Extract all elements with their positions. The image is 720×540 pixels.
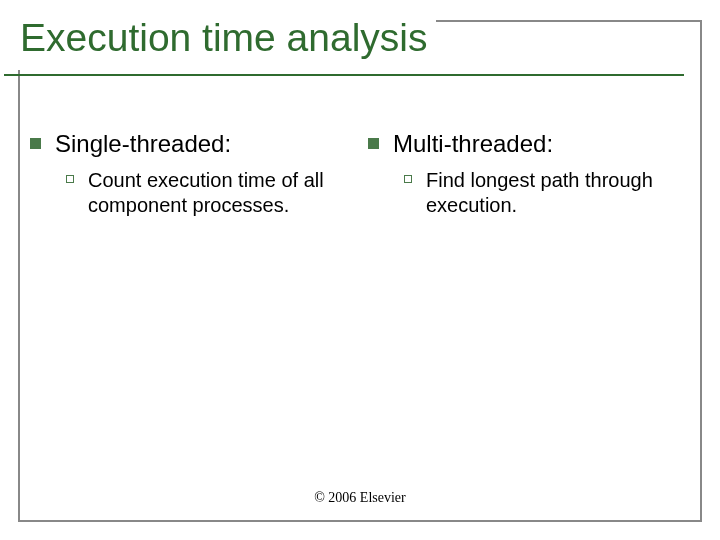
bullet-level2: Find longest path through execution.: [404, 168, 690, 218]
footer-copyright: © 2006 Elsevier: [20, 490, 700, 506]
slide-title: Execution time analysis: [20, 16, 428, 60]
bullet-level1: Multi-threaded:: [368, 130, 690, 158]
content-area: Single-threaded: Count execution time of…: [30, 130, 690, 218]
title-area: Execution time analysis: [12, 12, 436, 70]
right-column: Multi-threaded: Find longest path throug…: [368, 130, 690, 218]
left-column: Single-threaded: Count execution time of…: [30, 130, 352, 218]
title-underline: [4, 74, 684, 76]
right-sub: Find longest path through execution.: [426, 168, 690, 218]
left-sub: Count execution time of all component pr…: [88, 168, 352, 218]
square-bullet-icon: [30, 138, 41, 149]
square-bullet-icon: [368, 138, 379, 149]
right-heading: Multi-threaded:: [393, 130, 553, 158]
slide-frame: Execution time analysis Single-threaded:…: [18, 20, 702, 522]
left-heading: Single-threaded:: [55, 130, 231, 158]
bullet-level1: Single-threaded:: [30, 130, 352, 158]
slide: Execution time analysis Single-threaded:…: [0, 0, 720, 540]
hollow-square-bullet-icon: [404, 175, 412, 183]
bullet-level2: Count execution time of all component pr…: [66, 168, 352, 218]
hollow-square-bullet-icon: [66, 175, 74, 183]
